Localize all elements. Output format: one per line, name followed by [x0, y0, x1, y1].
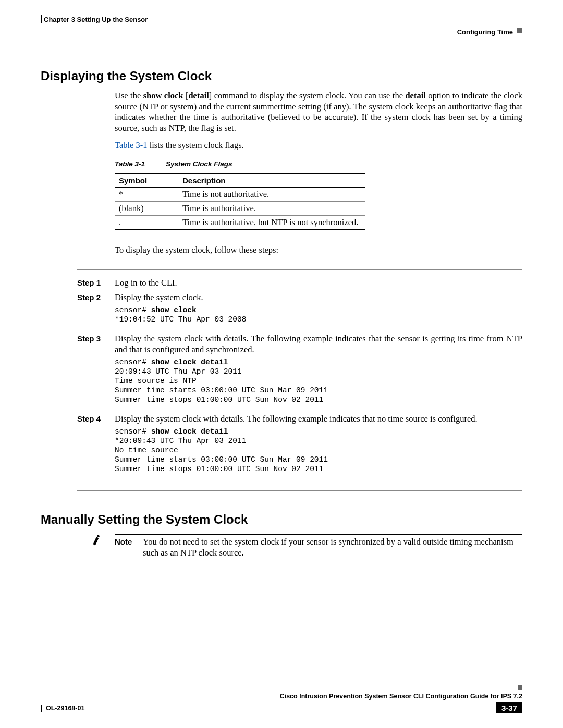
note-label: Note	[115, 537, 143, 558]
content: Displaying the System Clock Use the show…	[41, 69, 522, 559]
step-label: Step 2	[77, 292, 115, 329]
header-marker-icon	[517, 28, 522, 33]
table-header-row: Symbol Description	[115, 174, 365, 188]
step-1: Step 1 Log in to the CLI.	[77, 278, 522, 289]
intro-paragraph: Use the show clock [detail] command to d…	[115, 91, 522, 134]
note-block: Note You do not need to set the system c…	[87, 534, 522, 558]
step-text: Log in to the CLI.	[115, 278, 522, 289]
cell-desc: Time is authoritative, but NTP is not sy…	[178, 216, 365, 230]
step-label: Step 3	[77, 334, 115, 410]
footer-doc-id: OL-29168-01	[41, 705, 84, 712]
th-description: Description	[178, 174, 365, 188]
table-row: . Time is authoritative, but NTP is not …	[115, 216, 365, 230]
steps-lead-in: To display the system clock, follow thes…	[115, 245, 522, 256]
header-section: Configuring Time	[457, 28, 513, 36]
table-row: (blank) Time is authoritative.	[115, 202, 365, 216]
step-body: Display the system clock with details. T…	[115, 414, 522, 479]
clock-flags-table: Symbol Description * Time is not authori…	[115, 173, 365, 230]
step-label: Step 4	[77, 414, 115, 479]
th-symbol: Symbol	[115, 174, 178, 188]
note-text: You do not need to set the system clock …	[143, 537, 522, 558]
section-heading-display-clock: Displaying the System Clock	[41, 69, 522, 83]
step-label: Step 1	[77, 278, 115, 289]
step-text: Display the system clock with details. T…	[115, 334, 522, 354]
step-3: Step 3 Display the system clock with det…	[77, 334, 522, 410]
page-footer: Cisco Intrusion Prevention System Sensor…	[41, 693, 522, 713]
step-text: Display the system clock.	[115, 292, 203, 302]
footer-title: Cisco Intrusion Prevention System Sensor…	[41, 693, 522, 700]
step-body: Display the system clock with details. T…	[115, 334, 522, 410]
step-4: Step 4 Display the system clock with det…	[77, 414, 522, 479]
step-text: Display the system clock with details. T…	[115, 414, 478, 424]
step-body: Display the system clock. sensor# show c…	[115, 292, 522, 329]
cell-symbol: *	[115, 188, 178, 202]
page-number: 3-37	[496, 702, 522, 713]
page: Chapter 3 Setting Up the Sensor Configur…	[0, 0, 563, 728]
footer-marker-icon	[518, 685, 522, 690]
section-body: Use the show clock [detail] command to d…	[115, 91, 522, 256]
table-row: * Time is not authoritative.	[115, 188, 365, 202]
note-icon-cell	[87, 534, 115, 558]
cell-desc: Time is not authoritative.	[178, 188, 365, 202]
section-heading-manual-clock: Manually Setting the System Clock	[41, 512, 522, 527]
note-rule	[115, 534, 522, 535]
cell-desc: Time is authoritative.	[178, 202, 365, 216]
header-chapter: Chapter 3 Setting Up the Sensor	[44, 16, 148, 23]
footer-row: OL-29168-01 3-37	[41, 702, 522, 713]
table-reference: Table 3-1 lists the system clock flags.	[115, 140, 522, 151]
steps-top-rule	[77, 269, 522, 270]
cell-symbol: (blank)	[115, 202, 178, 216]
steps-block: Step 1 Log in to the CLI. Step 2 Display…	[77, 269, 522, 492]
pencil-icon	[89, 533, 104, 547]
code-block: sensor# show clock *19:04:52 UTC Thu Apr…	[115, 305, 522, 324]
code-block: sensor# show clock detail *20:09:43 UTC …	[115, 427, 522, 474]
cell-symbol: .	[115, 216, 178, 230]
page-header: Chapter 3 Setting Up the Sensor Configur…	[41, 16, 522, 36]
table-link[interactable]: Table 3-1	[115, 140, 148, 150]
steps-bottom-rule	[77, 490, 522, 491]
step-2: Step 2 Display the system clock. sensor#…	[77, 292, 522, 329]
table-caption: Table 3-1System Clock Flags	[115, 160, 522, 168]
footer-rule	[41, 700, 522, 700]
code-block: sensor# show clock detail 20:09:43 UTC T…	[115, 357, 522, 405]
